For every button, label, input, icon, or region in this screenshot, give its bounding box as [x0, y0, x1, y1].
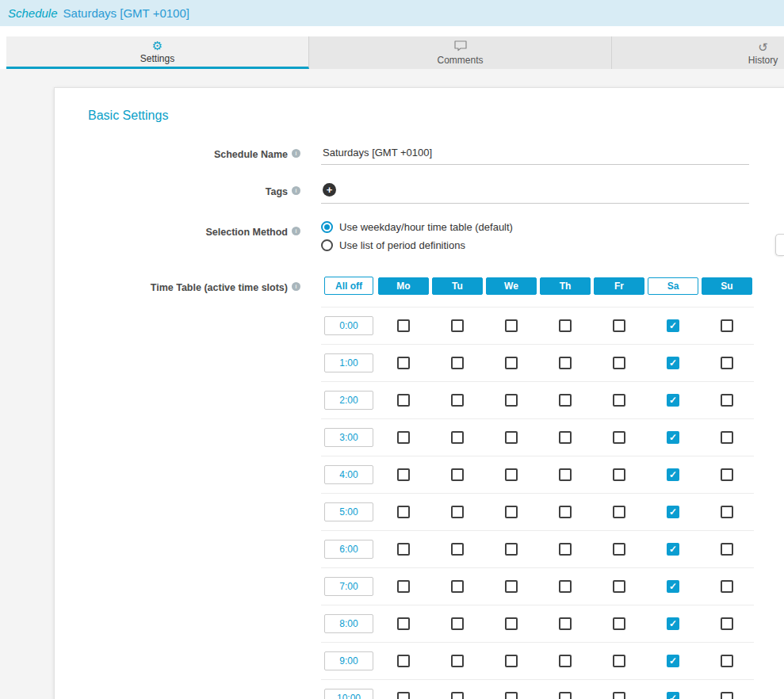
slot-checkbox-mo-800[interactable] [397, 617, 410, 630]
slot-checkbox-su-1000[interactable] [721, 692, 733, 699]
slot-checkbox-mo-300[interactable] [397, 431, 410, 444]
slot-checkbox-tu-300[interactable] [451, 431, 464, 444]
hour-button-100[interactable]: 1:00 [324, 353, 373, 372]
slot-checkbox-we-600[interactable] [505, 543, 518, 556]
slot-checkbox-su-200[interactable] [721, 394, 733, 407]
day-button-fr[interactable]: Fr [594, 277, 644, 295]
slot-checkbox-th-000[interactable] [559, 319, 572, 332]
slot-checkbox-su-900[interactable] [721, 655, 733, 667]
slot-checkbox-mo-000[interactable] [397, 319, 410, 332]
slot-checkbox-th-300[interactable] [559, 431, 572, 444]
hour-button-600[interactable]: 6:00 [324, 540, 373, 559]
slot-checkbox-su-100[interactable] [721, 357, 733, 369]
slot-checkbox-sa-100[interactable]: ✓ [667, 357, 679, 369]
slot-checkbox-th-600[interactable] [559, 543, 572, 556]
slot-checkbox-mo-400[interactable] [397, 468, 410, 481]
slot-checkbox-tu-1000[interactable] [451, 692, 464, 699]
hour-button-000[interactable]: 0:00 [324, 316, 373, 335]
slot-checkbox-tu-000[interactable] [451, 319, 464, 332]
slot-checkbox-sa-800[interactable]: ✓ [667, 617, 679, 630]
tab-comments[interactable]: Comments [309, 36, 612, 69]
hour-button-300[interactable]: 3:00 [324, 428, 373, 447]
slot-checkbox-mo-1000[interactable] [397, 692, 410, 699]
slot-checkbox-we-1000[interactable] [505, 692, 518, 699]
slot-checkbox-fr-200[interactable] [613, 394, 625, 407]
slot-checkbox-su-600[interactable] [721, 543, 733, 556]
slot-checkbox-mo-600[interactable] [397, 543, 410, 556]
slot-checkbox-th-1000[interactable] [559, 692, 572, 699]
slot-checkbox-tu-600[interactable] [451, 543, 464, 556]
slot-checkbox-su-400[interactable] [721, 468, 733, 481]
side-panel-handle[interactable] [775, 234, 784, 256]
slot-checkbox-we-400[interactable] [505, 468, 518, 481]
day-button-mo[interactable]: Mo [378, 277, 429, 295]
slot-checkbox-sa-900[interactable]: ✓ [667, 655, 679, 667]
slot-checkbox-we-800[interactable] [505, 617, 518, 630]
hour-button-900[interactable]: 9:00 [324, 651, 373, 670]
hour-button-200[interactable]: 2:00 [324, 391, 373, 410]
all-off-button[interactable]: All off [324, 277, 373, 295]
slot-checkbox-sa-500[interactable]: ✓ [667, 506, 679, 518]
slot-checkbox-sa-600[interactable]: ✓ [667, 543, 679, 556]
slot-checkbox-we-700[interactable] [505, 580, 518, 593]
slot-checkbox-tu-400[interactable] [451, 468, 464, 481]
hour-button-700[interactable]: 7:00 [324, 577, 373, 596]
slot-checkbox-we-900[interactable] [505, 655, 518, 667]
slot-checkbox-fr-400[interactable] [613, 468, 625, 481]
hour-button-500[interactable]: 5:00 [324, 502, 373, 521]
slot-checkbox-su-000[interactable] [721, 319, 733, 332]
slot-checkbox-sa-200[interactable]: ✓ [667, 394, 679, 407]
slot-checkbox-tu-800[interactable] [451, 617, 464, 630]
slot-checkbox-su-700[interactable] [721, 580, 733, 593]
schedule-name-input[interactable] [321, 143, 749, 165]
slot-checkbox-sa-700[interactable]: ✓ [667, 580, 679, 593]
slot-checkbox-sa-400[interactable]: ✓ [667, 468, 679, 481]
slot-checkbox-th-500[interactable] [559, 506, 572, 518]
add-tag-button[interactable]: + [323, 183, 336, 197]
slot-checkbox-fr-300[interactable] [613, 431, 625, 444]
slot-checkbox-su-300[interactable] [721, 431, 733, 444]
slot-checkbox-mo-200[interactable] [397, 394, 410, 407]
slot-checkbox-tu-900[interactable] [451, 655, 464, 667]
slot-checkbox-fr-600[interactable] [613, 543, 625, 556]
slot-checkbox-we-500[interactable] [505, 506, 518, 518]
slot-checkbox-fr-1000[interactable] [613, 692, 625, 699]
slot-checkbox-tu-100[interactable] [451, 357, 464, 369]
slot-checkbox-we-000[interactable] [505, 319, 518, 332]
slot-checkbox-mo-500[interactable] [397, 506, 410, 518]
slot-checkbox-su-500[interactable] [721, 506, 733, 518]
slot-checkbox-mo-700[interactable] [397, 580, 410, 593]
tab-settings[interactable]: ⚙ Settings [6, 36, 309, 69]
slot-checkbox-th-200[interactable] [559, 394, 572, 407]
radio-option-periods[interactable]: Use list of period definitions [321, 239, 784, 251]
slot-checkbox-sa-000[interactable]: ✓ [667, 319, 679, 332]
slot-checkbox-th-400[interactable] [559, 468, 572, 481]
slot-checkbox-su-800[interactable] [721, 617, 733, 630]
slot-checkbox-fr-900[interactable] [613, 655, 625, 667]
day-button-sa[interactable]: Sa [648, 277, 698, 295]
slot-checkbox-we-200[interactable] [505, 394, 518, 407]
day-button-we[interactable]: We [486, 277, 537, 295]
slot-checkbox-sa-300[interactable]: ✓ [667, 431, 679, 444]
slot-checkbox-th-800[interactable] [559, 617, 572, 630]
slot-checkbox-mo-900[interactable] [397, 655, 410, 667]
hour-button-400[interactable]: 4:00 [324, 465, 373, 484]
hour-button-800[interactable]: 8:00 [324, 614, 373, 633]
tab-history[interactable]: ↺ History [612, 36, 784, 69]
slot-checkbox-th-700[interactable] [559, 580, 572, 593]
slot-checkbox-fr-700[interactable] [613, 580, 625, 593]
slot-checkbox-fr-100[interactable] [613, 357, 625, 369]
slot-checkbox-we-300[interactable] [505, 431, 518, 444]
slot-checkbox-fr-500[interactable] [613, 506, 625, 518]
slot-checkbox-tu-200[interactable] [451, 394, 464, 407]
day-button-tu[interactable]: Tu [432, 277, 483, 295]
slot-checkbox-fr-000[interactable] [613, 319, 625, 332]
slot-checkbox-sa-1000[interactable]: ✓ [667, 692, 679, 699]
slot-checkbox-we-100[interactable] [505, 357, 518, 369]
slot-checkbox-tu-500[interactable] [451, 506, 464, 518]
slot-checkbox-fr-800[interactable] [613, 617, 625, 630]
slot-checkbox-tu-700[interactable] [451, 580, 464, 593]
slot-checkbox-mo-100[interactable] [397, 357, 410, 369]
day-button-su[interactable]: Su [702, 277, 752, 295]
slot-checkbox-th-100[interactable] [559, 357, 572, 369]
